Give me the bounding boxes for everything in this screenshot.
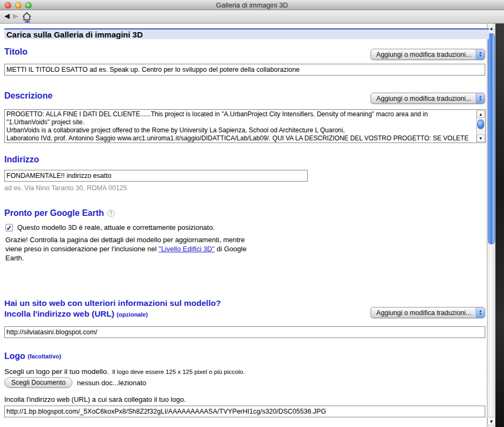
- logo-heading: Logo (facoltativo): [4, 351, 61, 361]
- indirizzo-heading: Indirizzo: [4, 155, 39, 164]
- website-url-input[interactable]: [4, 326, 485, 338]
- window-titlebar[interactable]: Galleria di immagini 3D: [0, 0, 504, 10]
- titolo-translations-dropdown[interactable]: Aggiungi o modifica traduzioni... ▲▼: [370, 49, 485, 60]
- home-underline-decoration: [25, 21, 30, 23]
- google-earth-heading: Pronto per Google Earth?: [4, 208, 115, 218]
- checkbox-label: Questo modello 3D è reale, attuale e cor…: [17, 223, 215, 231]
- logo-url-label: Incolla l'indirizzo web (URL) a cui sarà…: [4, 395, 186, 403]
- titolo-input[interactable]: [4, 64, 485, 76]
- google-earth-checkbox-row: ✓ Questo modello 3D è reale, attuale e c…: [5, 223, 215, 231]
- stepper-arrows-icon: ▲▼: [476, 49, 485, 59]
- descrizione-textarea[interactable]: PROGETTO: ALLA FINE I DATI DEL CLIENTE..…: [4, 109, 486, 143]
- logo-url-input[interactable]: [4, 406, 485, 417]
- logo-size-hint: Il logo deve essere 125 x 125 pixel o pi…: [112, 369, 244, 375]
- stepper-arrows-icon: ▲▼: [476, 308, 485, 318]
- website-translations-dropdown[interactable]: Aggiungi o modifica traduzioni... ▲▼: [370, 307, 485, 318]
- facoltativo-label: (facoltativo): [28, 353, 61, 359]
- forward-icon[interactable]: ▶: [13, 12, 18, 20]
- file-status-text: nessun doc...lezionato: [77, 379, 146, 387]
- titolo-heading: Titolo: [4, 47, 27, 57]
- scrollbar-thumb[interactable]: [488, 33, 495, 244]
- scroll-down-icon[interactable]: ▼: [487, 417, 495, 425]
- logo-file-row: Scegli Documento nessun doc...lezionato: [4, 377, 146, 388]
- google-earth-thanks-paragraph: Grazie! Controlla la pagina dei dettagli…: [5, 235, 260, 263]
- textarea-scrollbar[interactable]: ▲ ▼: [476, 110, 485, 142]
- dropdown-label: Aggiungi o modifica traduzioni...: [371, 51, 476, 58]
- choose-file-button[interactable]: Scegli Documento: [4, 377, 72, 388]
- back-icon[interactable]: ◀: [4, 12, 10, 20]
- logo-choose-row: Scegli un logo per il tuo modello.Il log…: [4, 368, 245, 376]
- upload-form-page: Carica sulla Galleria di immagini 3D Tit…: [0, 24, 487, 427]
- indirizzo-input[interactable]: [4, 170, 308, 182]
- browser-toolbar: ◀ ▶: [0, 10, 504, 24]
- dropdown-label: Aggiungi o modifica traduzioni...: [371, 309, 476, 317]
- indirizzo-hint: ad es. Via Nino Taranto 30, ROMA 00125: [4, 184, 127, 192]
- scroll-down-icon[interactable]: ▼: [477, 134, 485, 142]
- opzionale-label: (opzionale): [117, 311, 148, 318]
- dropdown-label: Aggiungi o modifica traduzioni...: [371, 95, 476, 102]
- page-scrollbar[interactable]: ▲ ▼: [487, 24, 495, 427]
- livello-edifici-link[interactable]: "Livello Edifici 3D": [159, 245, 215, 253]
- help-icon[interactable]: ?: [107, 209, 115, 217]
- descrizione-heading: Descrizione: [4, 91, 53, 101]
- textarea-scroll-thumb[interactable]: [477, 119, 484, 129]
- website-heading: Hai un sito web con ulteriori informazio…: [4, 298, 221, 320]
- descrizione-translations-dropdown[interactable]: Aggiungi o modifica traduzioni... ▲▼: [370, 93, 485, 104]
- window-title: Galleria di immagini 3D: [0, 1, 504, 9]
- page-title: Carica sulla Galleria di immagini 3D: [4, 28, 489, 39]
- stepper-arrows-icon: ▲▼: [476, 93, 485, 103]
- scroll-up-icon[interactable]: ▲: [477, 110, 485, 118]
- descrizione-text[interactable]: PROGETTO: ALLA FINE I DATI DEL CLIENTE..…: [6, 110, 475, 142]
- desktop-background: [495, 24, 504, 427]
- real-model-checkbox[interactable]: ✓: [5, 224, 13, 231]
